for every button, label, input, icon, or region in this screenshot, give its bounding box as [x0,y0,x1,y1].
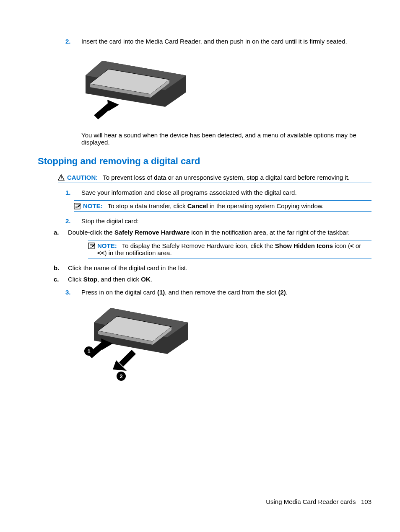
text-prefix: Press in on the digital card [81,289,157,296]
document-page: 2. Insert the card into the Media Card R… [0,0,400,406]
text-bold: Show Hidden Icons [275,242,333,249]
text-bold: Safely Remove Hardware [114,229,190,236]
svg-rect-8 [61,176,62,178]
text-suffix1: icon ( [333,242,350,249]
figure-remove-card: 1 2 [81,302,371,385]
ordered-step-2-stop: 2. Stop the digital card: [65,217,371,225]
step-marker: 1. [65,189,81,196]
card-reader-insert-illustration [81,52,190,126]
text-prefix: Click [68,276,83,283]
ordered-step-2-insert: 2. Insert the card into the Media Card R… [65,38,371,45]
text-or: or [354,242,361,249]
footer-section-title: Using Media Card Reader cards [266,498,356,505]
substep-a: a. Double-click the Safely Remove Hardwa… [54,229,371,236]
note-text: NOTE:To stop a data transfer, click Canc… [83,202,371,209]
text-suffix2: ) in the notification area. [105,249,172,256]
note-icon [74,202,83,209]
sound-detected-text: You will hear a sound when the device ha… [81,132,371,146]
text-prefix: To display the Safely Remove Hardware ic… [122,242,275,249]
note-text: NOTE:To display the Safely Remove Hardwa… [97,242,371,256]
step-marker: 3. [65,289,81,296]
note-callout-cancel: NOTE:To stop a data transfer, click Canc… [74,200,371,212]
text-lt: < [350,242,354,249]
substep-text: Click Stop, and then click OK. [68,276,371,283]
step-text: Stop the digital card: [81,217,371,225]
caution-icon [58,174,67,181]
step-text: Save your information and close all prog… [81,189,371,196]
substep-c: c. Click Stop, and then click OK. [54,276,371,283]
text-bold1: (1) [157,289,165,296]
caution-label: CAUTION: [67,174,98,181]
svg-marker-6 [107,100,119,111]
svg-marker-27 [119,350,136,367]
text-bold1: Stop [83,276,97,283]
text-mid: , and then click [97,276,141,283]
note-text-suffix: in the operating system Copying window. [208,202,324,209]
text-bold2: (2) [278,289,286,296]
svg-text:2: 2 [119,373,122,380]
page-footer: Using Media Card Reader cards 103 [266,498,371,505]
text-suffix: icon in the notification area, at the fa… [190,229,350,236]
card-reader-remove-illustration: 1 2 [81,302,190,385]
text-suffix: . [286,289,288,296]
step-marker: 2. [65,38,81,45]
text-bold2: OK [141,276,151,283]
step-marker: 2. [65,217,81,225]
svg-text:1: 1 [87,348,90,354]
note-label: NOTE: [83,202,103,209]
text-mid: , and then remove the card from the slot [165,289,278,296]
substep-text: Double-click the Safely Remove Hardware … [68,229,371,236]
substep-b: b. Click the name of the digital card in… [54,264,371,271]
note-text-bold: Cancel [187,202,208,209]
caution-body: To prevent loss of data or an unresponsi… [103,174,350,181]
substep-marker: a. [54,229,68,236]
substep-marker: b. [54,264,68,271]
step-text: Press in on the digital card (1), and th… [81,289,371,296]
substep-marker: c. [54,276,68,283]
figure-insert-card [81,52,371,126]
substep-text: Click the name of the digital card in th… [68,264,371,271]
note-callout-show-hidden: NOTE:To display the Safely Remove Hardwa… [88,240,371,258]
section-heading-stopping-removing: Stopping and removing a digital card [38,156,371,167]
ordered-step-1-save: 1. Save your information and close all p… [65,189,371,196]
svg-rect-9 [61,179,62,180]
note-icon [88,242,97,249]
ordered-step-3-press: 3. Press in on the digital card (1), and… [65,289,371,296]
caution-text: CAUTION:To prevent loss of data or an un… [67,174,371,181]
text-suffix: . [151,276,152,283]
step-text: Insert the card into the Media Card Read… [81,38,371,45]
text-ltlt: << [97,249,105,256]
text-prefix: Double-click the [68,229,114,236]
caution-callout: CAUTION:To prevent loss of data or an un… [58,172,371,183]
footer-page-number: 103 [361,498,371,505]
note-text-prefix: To stop a data transfer, click [108,202,187,209]
note-label: NOTE: [97,242,117,249]
